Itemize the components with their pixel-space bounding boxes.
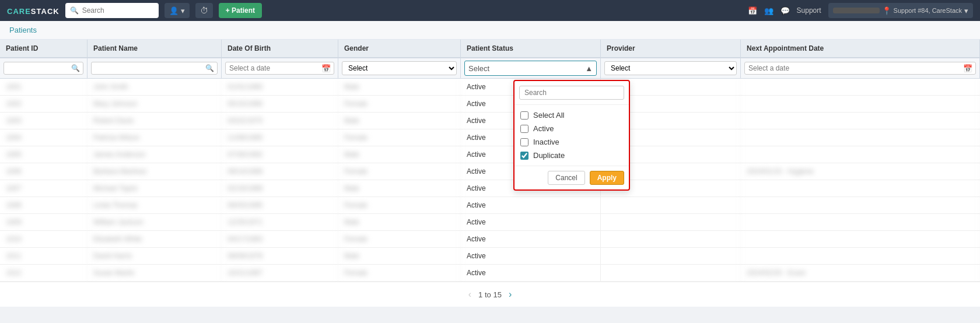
table-cell: 1006 bbox=[0, 163, 88, 180]
patient-id-search-icon: 🔍 bbox=[71, 64, 80, 72]
table-cell: 1011 bbox=[0, 248, 88, 264]
next-appt-filter-wrapper: 📅 bbox=[744, 62, 976, 75]
calendar-icon[interactable]: 📅 bbox=[748, 6, 757, 15]
table-cell: 1001 bbox=[0, 79, 88, 95]
table-cell bbox=[601, 214, 741, 230]
col-patient-id: Patient ID bbox=[0, 40, 88, 57]
table-cell bbox=[741, 113, 980, 129]
table-cell: Male bbox=[338, 180, 461, 196]
col-patient-status: Patient Status bbox=[461, 40, 601, 57]
table-cell bbox=[741, 197, 980, 213]
dropdown-option-select-all[interactable]: Select All bbox=[519, 108, 624, 122]
provider-filter-select[interactable]: Select bbox=[604, 61, 737, 75]
table-cell bbox=[741, 180, 980, 196]
pagination-text: 1 to 15 bbox=[478, 290, 502, 299]
table-row: 1006Barbara Martinez09/14/1968FemaleActi… bbox=[0, 163, 980, 180]
next-appt-filter-input[interactable] bbox=[744, 62, 976, 75]
support-button[interactable]: Support bbox=[797, 6, 821, 15]
table-row: 1002Mary Johnson05/15/1990FemaleActive bbox=[0, 96, 980, 113]
table-row: 1007Michael Taylor02/19/1988MaleActive bbox=[0, 180, 980, 197]
dropdown-option-duplicate[interactable]: Duplicate bbox=[519, 149, 624, 162]
dob-filter-input[interactable] bbox=[225, 62, 334, 75]
patient-name-filter-input[interactable] bbox=[91, 62, 218, 75]
checkbox-select-all[interactable] bbox=[520, 111, 528, 120]
table-row: 1008Linda Thomas06/03/1995FemaleActive bbox=[0, 197, 980, 214]
users-icon[interactable]: 👥 bbox=[764, 6, 774, 15]
global-search-bar[interactable]: 🔍 bbox=[65, 3, 159, 18]
table-cell: Female bbox=[338, 265, 461, 281]
table-row: 1005James Anderson07/30/1992MaleActive bbox=[0, 146, 980, 163]
table-cell bbox=[601, 265, 741, 281]
table-cell: 12/25/1971 bbox=[222, 214, 338, 230]
dob-filter-cell: 📅 bbox=[222, 58, 338, 78]
gender-filter-wrapper: Select Male Female Other bbox=[342, 61, 457, 75]
provider-filter-cell: Select bbox=[601, 58, 741, 78]
patient-id-filter-cell: 🔍 bbox=[0, 58, 88, 78]
dob-filter-wrapper: 📅 bbox=[225, 62, 334, 75]
user-menu-button[interactable]: 👤 ▾ bbox=[164, 3, 190, 18]
next-page-button[interactable]: › bbox=[509, 289, 512, 300]
table-cell: Susan Martin bbox=[88, 265, 222, 281]
table-cell: 1008 bbox=[0, 197, 88, 213]
gender-filter-select[interactable]: Select Male Female Other bbox=[342, 61, 457, 75]
table-cell: 10/21/1987 bbox=[222, 265, 338, 281]
table-cell: Female bbox=[338, 129, 461, 146]
active-option-label: Active bbox=[533, 124, 554, 133]
dropdown-option-active[interactable]: Active bbox=[519, 122, 624, 135]
dropdown-options-list: Select All Active Inactive Duplicate bbox=[514, 105, 629, 166]
table-row: 1001John Smith01/01/1980MaleActive bbox=[0, 79, 980, 96]
pagination: ‹ 1 to 15 › bbox=[0, 282, 980, 307]
cancel-button[interactable]: Cancel bbox=[548, 171, 584, 185]
apply-button[interactable]: Apply bbox=[590, 171, 624, 185]
table-cell: Male bbox=[338, 146, 461, 163]
table-cell: 1003 bbox=[0, 113, 88, 129]
table-row: 1004Patricia Wilson11/08/1985FemaleActiv… bbox=[0, 129, 980, 146]
dropdown-search-area bbox=[514, 81, 629, 105]
table-cell: 02/19/1988 bbox=[222, 180, 338, 196]
table-cell: 1010 bbox=[0, 231, 88, 247]
table-row: 1011David Harris08/09/1978MaleActive bbox=[0, 248, 980, 265]
chevron-up-icon: ▲ bbox=[585, 64, 593, 73]
table-cell: 05/15/1990 bbox=[222, 96, 338, 112]
checkbox-duplicate[interactable] bbox=[520, 152, 528, 160]
col-gender: Gender bbox=[338, 40, 461, 57]
dropdown-option-inactive[interactable]: Inactive bbox=[519, 135, 624, 149]
global-search-input[interactable] bbox=[82, 6, 154, 15]
prev-page-button[interactable]: ‹ bbox=[468, 289, 471, 300]
chat-icon[interactable]: 💬 bbox=[780, 6, 790, 15]
table-cell: 11/08/1985 bbox=[222, 129, 338, 146]
location-area[interactable]: 📍 Support #84, CareStack ▾ bbox=[828, 3, 973, 18]
table-cell bbox=[601, 197, 741, 213]
patient-name-filter-cell: 🔍 bbox=[88, 58, 222, 78]
table-header: Patient ID Patient Name Date Of Birth Ge… bbox=[0, 40, 980, 58]
table-cell: Robert Davis bbox=[88, 113, 222, 129]
table-cell: Male bbox=[338, 113, 461, 129]
dropdown-search-input[interactable] bbox=[519, 86, 624, 100]
table-cell: 1007 bbox=[0, 180, 88, 196]
user-chevron-icon: ▾ bbox=[181, 6, 185, 15]
patients-table: Patient ID Patient Name Date Of Birth Ge… bbox=[0, 40, 980, 282]
table-cell: Active bbox=[461, 248, 601, 264]
table-cell: 03/22/1975 bbox=[222, 113, 338, 129]
table-row: 1012Susan Martin10/21/1987FemaleActive20… bbox=[0, 265, 980, 282]
table-row: 1003Robert Davis03/22/1975MaleActive bbox=[0, 113, 980, 129]
patient-status-filter-button[interactable]: Select ▲ bbox=[464, 61, 597, 76]
table-cell: 04/17/1983 bbox=[222, 231, 338, 247]
logo-care: CARE bbox=[7, 7, 31, 16]
checkbox-active[interactable] bbox=[520, 125, 528, 133]
logo: CARESTACK bbox=[7, 5, 60, 17]
table-cell bbox=[741, 79, 980, 95]
table-cell: James Anderson bbox=[88, 146, 222, 163]
clock-button[interactable]: ⏱ bbox=[195, 3, 213, 18]
location-icon: 📍 bbox=[882, 6, 891, 15]
checkbox-inactive[interactable] bbox=[520, 138, 528, 146]
table-cell: John Smith bbox=[88, 79, 222, 95]
table-cell: 08/09/1978 bbox=[222, 248, 338, 264]
table-cell: 2024/01/15 - Hygiene bbox=[741, 163, 980, 180]
chevron-down-icon: ▾ bbox=[964, 6, 968, 15]
add-patient-button[interactable]: + Patient bbox=[219, 3, 262, 18]
gender-filter-cell: Select Male Female Other bbox=[338, 58, 461, 78]
table-cell: Linda Thomas bbox=[88, 197, 222, 213]
user-icon: 👤 bbox=[169, 6, 178, 15]
table-cell: 1009 bbox=[0, 214, 88, 230]
